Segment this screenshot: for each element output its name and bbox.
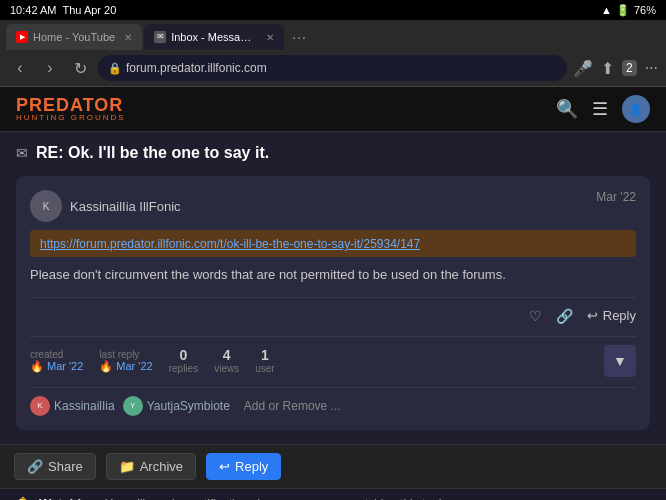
battery-pct: 76% [634, 4, 656, 16]
post-header: K KassinailIia IllFonic Mar '22 [30, 190, 636, 222]
url-text: forum.predator.illfonic.com [126, 61, 267, 75]
post-body: Please don't circumvent the words that a… [30, 265, 636, 285]
avatar[interactable]: 👤 [622, 95, 650, 123]
main-content: ✉ RE: Ok. I'll be the one to say it. K K… [0, 132, 666, 444]
tab-bar: ▶ Home - YouTube ✕ ✉ Inbox - Messages - … [0, 20, 666, 50]
hamburger-icon[interactable]: ☰ [592, 98, 608, 120]
avatar-image: 👤 [629, 103, 643, 116]
share-button[interactable]: ⬆ [601, 59, 614, 78]
replies-count: 0 [180, 347, 188, 363]
replies-label: replies [169, 363, 198, 374]
browser-chrome: ▶ Home - YouTube ✕ ✉ Inbox - Messages - … [0, 20, 666, 87]
participant-2-name: YautjaSymbiote [147, 399, 230, 413]
bottom-bar: 🔗 Share 📁 Archive ↩ Reply [0, 444, 666, 488]
meta-created: created 🔥 Mar '22 [30, 349, 83, 373]
participants: K KassinailIia Y YautjaSymbiote Add or R… [30, 387, 636, 416]
address-bar[interactable]: 🔒 forum.predator.illfonic.com [98, 55, 567, 81]
menu-button[interactable]: ··· [645, 59, 658, 77]
forward-button[interactable]: › [38, 59, 62, 77]
status-day: Thu Apr 20 [62, 4, 116, 16]
bell-icon: 🔔 [14, 496, 31, 501]
share-icon: 🔗 [27, 459, 43, 474]
page-title-bar: ✉ RE: Ok. I'll be the one to say it. [16, 144, 650, 162]
meta-users: 1 user [255, 347, 274, 374]
status-bar: 10:42 AM Thu Apr 20 ▲ 🔋 76% [0, 0, 666, 20]
views-label: views [214, 363, 239, 374]
tab-inbox-label: Inbox - Messages - Profi... [171, 31, 257, 43]
post-link-box: https://forum.predator.illfonic.com/t/ok… [30, 230, 636, 257]
logo-predator-text: PREDATOR [16, 96, 126, 114]
avatar-letter: K [43, 201, 50, 212]
created-label: created [30, 349, 83, 360]
archive-icon: 📁 [119, 459, 135, 474]
user-info: KassinailIia IllFonic [70, 199, 181, 214]
tab-inbox-close[interactable]: ✕ [266, 32, 274, 43]
battery-icon: 🔋 [616, 4, 630, 17]
tab-youtube-label: Home - YouTube [33, 31, 115, 43]
participant-1[interactable]: K KassinailIia [30, 396, 115, 416]
tab-youtube[interactable]: ▶ Home - YouTube ✕ [6, 24, 142, 50]
watching-bar: 🔔 Watching You will receive notification… [0, 488, 666, 501]
mic-button[interactable]: 🎤 [573, 59, 593, 78]
participant-1-avatar: K [30, 396, 50, 416]
meta-replies: 0 replies [169, 347, 198, 374]
back-button[interactable]: ‹ [8, 59, 32, 77]
site-header-actions: 🔍 ☰ 👤 [556, 95, 650, 123]
users-count: 1 [261, 347, 269, 363]
views-count: 4 [223, 347, 231, 363]
post-card: K KassinailIia IllFonic Mar '22 https://… [16, 176, 650, 430]
refresh-button[interactable]: ↻ [68, 59, 92, 78]
inbox-favicon: ✉ [154, 31, 166, 43]
status-time: 10:42 AM [10, 4, 56, 16]
watching-description: You will receive notifications because y… [105, 497, 451, 501]
nav-bar: ‹ › ↻ 🔒 forum.predator.illfonic.com 🎤 ⬆ … [0, 50, 666, 86]
user-avatar: K [30, 190, 62, 222]
search-icon[interactable]: 🔍 [556, 98, 578, 120]
page-title: RE: Ok. I'll be the one to say it. [36, 144, 269, 162]
meta-last-reply: last reply 🔥 Mar '22 [99, 349, 152, 373]
last-reply-date: Mar '22 [116, 360, 152, 372]
archive-label: Archive [140, 459, 183, 474]
logo-sub-text: HUNTING GROUNDS [16, 114, 126, 122]
meta-views: 4 views [214, 347, 239, 374]
reply-label: Reply [603, 308, 636, 323]
chevron-down-icon: ▼ [613, 353, 627, 369]
post-link[interactable]: https://forum.predator.illfonic.com/t/ok… [40, 237, 420, 251]
reply-action-icon: ↩ [219, 459, 230, 474]
add-remove-button[interactable]: Add or Remove ... [238, 397, 347, 415]
reply-button[interactable]: ↩ Reply [587, 308, 636, 323]
tabs-button[interactable]: 2 [622, 60, 637, 76]
created-date: Mar '22 [47, 360, 83, 372]
share-button[interactable]: 🔗 Share [14, 453, 96, 480]
share-label: Share [48, 459, 83, 474]
reply-action-button[interactable]: ↩ Reply [206, 453, 281, 480]
tab-overflow[interactable]: ··· [286, 29, 313, 45]
reply-action-label: Reply [235, 459, 268, 474]
post-date: Mar '22 [596, 190, 636, 204]
post-user: K KassinailIia IllFonic [30, 190, 181, 222]
participant-2[interactable]: Y YautjaSymbiote [123, 396, 230, 416]
yt-favicon: ▶ [16, 31, 28, 43]
expand-button[interactable]: ▼ [604, 345, 636, 377]
tab-inbox[interactable]: ✉ Inbox - Messages - Profi... ✕ [144, 24, 284, 50]
last-reply-label: last reply [99, 349, 152, 360]
link-button[interactable]: 🔗 [556, 308, 573, 324]
tab-youtube-close[interactable]: ✕ [124, 32, 132, 43]
email-icon: ✉ [16, 145, 28, 161]
site-header: PREDATOR HUNTING GROUNDS 🔍 ☰ 👤 [0, 87, 666, 132]
like-button[interactable]: ♡ [529, 308, 542, 324]
watching-label[interactable]: Watching [39, 496, 97, 500]
nav-actions: 🎤 ⬆ 2 ··· [573, 59, 658, 78]
like-icon: ♡ [529, 308, 542, 324]
username[interactable]: KassinailIia IllFonic [70, 199, 181, 214]
site-logo[interactable]: PREDATOR HUNTING GROUNDS [16, 96, 126, 122]
reply-arrow-icon: ↩ [587, 308, 598, 323]
post-actions: ♡ 🔗 ↩ Reply [30, 297, 636, 324]
users-label: user [255, 363, 274, 374]
archive-button[interactable]: 📁 Archive [106, 453, 196, 480]
created-flame: 🔥 [30, 360, 44, 373]
participant-2-avatar: Y [123, 396, 143, 416]
last-reply-flame: 🔥 [99, 360, 113, 373]
lock-icon: 🔒 [108, 62, 122, 75]
link-icon: 🔗 [556, 308, 573, 324]
